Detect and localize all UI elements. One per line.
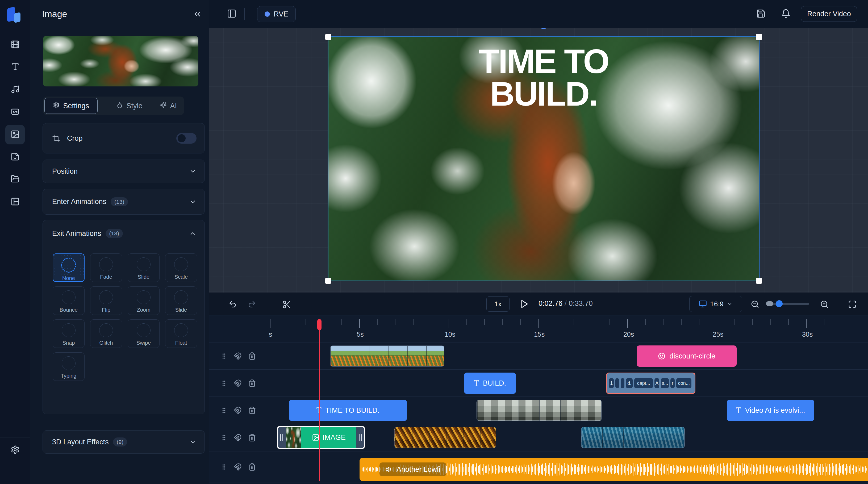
play-button[interactable]: [519, 299, 529, 310]
sidebar-item-video[interactable]: [5, 35, 25, 55]
playback-speed-button[interactable]: 1x: [486, 296, 509, 312]
timeline-clip-text[interactable]: TVideo AI is evolvi...: [727, 400, 814, 421]
caption-word-segment[interactable]: capt...: [634, 378, 653, 388]
exit-animation-option-flip[interactable]: Flip: [90, 286, 122, 315]
sidebar-item-templates[interactable]: [5, 192, 25, 212]
caption-word-segment[interactable]: 1: [609, 378, 614, 388]
sidebar-item-text[interactable]: [5, 57, 25, 77]
slider-thumb[interactable]: [776, 300, 783, 307]
position-section[interactable]: Position: [42, 159, 205, 183]
save-button[interactable]: [756, 9, 766, 20]
sidebar-item-captions[interactable]: [5, 102, 25, 122]
caption-word-segment[interactable]: [615, 378, 619, 388]
caption-word-segment[interactable]: A: [654, 378, 659, 388]
sidebar-item-files[interactable]: [5, 170, 25, 189]
caption-word-segment[interactable]: con...: [676, 378, 691, 388]
sidebar-item-audio[interactable]: [5, 80, 25, 99]
ruler-tick: [663, 319, 663, 325]
timeline-clip-video[interactable]: [394, 427, 496, 448]
timeline-clip-video[interactable]: [476, 400, 601, 421]
exit-animation-option-fade[interactable]: Fade: [90, 253, 122, 282]
exit-animation-option-slide[interactable]: Slide: [165, 286, 197, 315]
trim-handle-right[interactable]: [356, 427, 364, 448]
sidebar-item-stickers[interactable]: [5, 147, 25, 167]
fullscreen-button[interactable]: [848, 300, 857, 309]
timeline-zoom-slider[interactable]: [767, 303, 809, 305]
timeline-ruler[interactable]: s5s10s15s20s25s30s: [209, 315, 868, 343]
exit-animation-option-slide[interactable]: Slide: [128, 253, 160, 282]
exit-animation-option-typing[interactable]: Typing: [53, 352, 85, 381]
playhead[interactable]: [317, 318, 322, 483]
track-delete-button[interactable]: [248, 434, 256, 442]
project-status-dot: [265, 11, 270, 17]
caption-word-segment[interactable]: r: [671, 378, 675, 388]
exit-animation-option-none[interactable]: None: [53, 253, 85, 282]
track-magnet-button[interactable]: [234, 463, 242, 471]
tab-ai[interactable]: AI: [154, 98, 183, 114]
track-magnet-button[interactable]: [234, 434, 242, 442]
timeline-clip-text[interactable]: TBUILD.: [464, 372, 516, 394]
timeline-clip-video[interactable]: [581, 427, 685, 448]
track-delete-button[interactable]: [248, 379, 256, 387]
timeline-clip-video[interactable]: [330, 345, 444, 367]
timeline-clip-audio[interactable]: Another Lowfi: [360, 458, 868, 481]
track-magnet-button[interactable]: [234, 379, 242, 387]
exit-animation-option-snap[interactable]: Snap: [53, 320, 85, 348]
track-drag-handle[interactable]: [220, 407, 227, 414]
redo-button[interactable]: [248, 300, 256, 309]
exit-animations-header[interactable]: Exit Animations (13): [52, 227, 196, 240]
caption-word-segment[interactable]: s...: [661, 378, 669, 388]
track-delete-button[interactable]: [248, 463, 256, 471]
zoom-in-button[interactable]: [820, 300, 829, 309]
app-logo[interactable]: [7, 7, 23, 23]
project-badge[interactable]: RVE: [257, 6, 296, 22]
track-delete-button[interactable]: [248, 406, 256, 414]
timeline-clip-captions[interactable]: 1d.capt...As...rcon...: [606, 372, 695, 394]
resize-handle-top-left[interactable]: [325, 34, 331, 40]
resize-handle-top-right[interactable]: [756, 34, 762, 40]
exit-animation-option-bounce[interactable]: Bounce: [53, 286, 85, 315]
track-drag-handle[interactable]: [220, 463, 227, 471]
track-magnet-button[interactable]: [234, 352, 242, 360]
exit-animation-option-glitch[interactable]: Glitch: [90, 320, 122, 348]
tab-style[interactable]: Style: [111, 98, 148, 114]
resize-handle-bottom-left[interactable]: [325, 278, 331, 284]
preview-canvas[interactable]: TIME TO BUILD.: [209, 28, 868, 293]
timeline-clip-sticker[interactable]: discount-circle: [637, 345, 737, 367]
sidebar-item-image[interactable]: [5, 125, 25, 144]
caption-word-segment[interactable]: [621, 378, 624, 388]
exit-animation-option-swipe[interactable]: Swipe: [128, 320, 160, 348]
3d-layout-effects-section[interactable]: 3D Layout Effects (9): [42, 430, 205, 454]
panel-header: Image: [30, 0, 209, 28]
timeline-clip-text[interactable]: TTIME TO BUILD.: [289, 400, 407, 421]
caption-word-segment[interactable]: d.: [626, 378, 633, 388]
split-scissors-button[interactable]: [282, 300, 291, 310]
aspect-ratio-value: 16:9: [710, 300, 723, 308]
track-drag-handle[interactable]: [220, 353, 227, 360]
zoom-out-button[interactable]: [751, 300, 759, 309]
sidebar-item-settings[interactable]: [5, 441, 25, 460]
ruler-tick: [502, 319, 503, 325]
enter-animations-section[interactable]: Enter Animations (13): [42, 189, 205, 215]
track-drag-handle[interactable]: [220, 434, 227, 441]
toggle-sidebar-button[interactable]: [227, 9, 237, 20]
exit-animation-option-zoom[interactable]: Zoom: [128, 286, 160, 315]
track-magnet-button[interactable]: [234, 406, 242, 414]
track-drag-handle[interactable]: [220, 380, 227, 387]
notifications-bell-button[interactable]: [781, 9, 790, 20]
tab-settings[interactable]: Settings: [44, 98, 98, 114]
chevron-up-icon: [189, 230, 196, 237]
resize-handle-bottom-right[interactable]: [756, 278, 762, 284]
collapse-panel-button[interactable]: [193, 9, 202, 20]
exit-animation-option-float[interactable]: Float: [165, 320, 197, 348]
track-delete-button[interactable]: [248, 352, 256, 360]
rotate-handle[interactable]: [539, 28, 548, 32]
exit-animation-option-scale[interactable]: Scale: [165, 253, 197, 282]
trim-handle-left[interactable]: [278, 427, 286, 448]
selected-image-element[interactable]: TIME TO BUILD.: [328, 36, 760, 281]
render-video-button[interactable]: Render Video: [801, 6, 857, 22]
ruler-tick: [752, 319, 753, 325]
undo-button[interactable]: [228, 300, 237, 309]
crop-toggle[interactable]: [176, 133, 196, 144]
aspect-ratio-dropdown[interactable]: 16:9: [689, 296, 742, 312]
